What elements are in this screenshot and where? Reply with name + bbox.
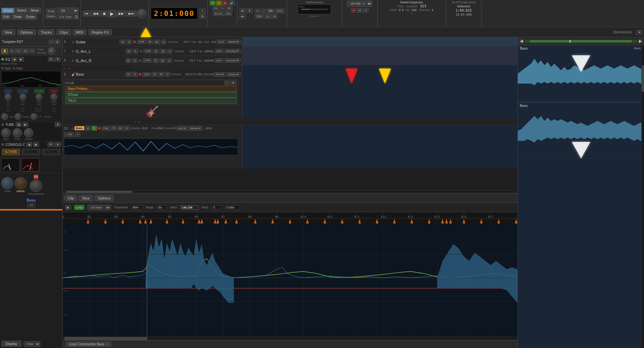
plugin-thu[interactable]: TH-U [66, 98, 236, 104]
region-fx-btn[interactable]: Region FX [89, 29, 112, 35]
ri-btn[interactable]: RI [226, 6, 232, 11]
end-btn[interactable]: ⏭ [239, 14, 246, 19]
drive-knob2[interactable] [15, 177, 27, 189]
fx-expand[interactable]: + [224, 81, 229, 85]
solo-track[interactable]: S [363, 8, 369, 13]
back-btn[interactable]: ◀◀ [91, 11, 100, 16]
plugin-bass-profess[interactable]: Bass Profess... [66, 86, 236, 92]
draw-tool[interactable]: Draw [12, 14, 23, 20]
eq-btn[interactable]: ≈ [220, 6, 225, 11]
snap-value[interactable]: 1/81/41/16 [57, 8, 79, 14]
aux-9[interactable]: AUX▼ [214, 72, 226, 77]
mute-9[interactable]: M [126, 72, 132, 77]
mute-6[interactable]: M [120, 40, 126, 44]
r-btn-7[interactable]: R [154, 49, 159, 54]
console-prev[interactable]: ◀ [26, 142, 32, 147]
tol-badge[interactable]: TOL [34, 174, 38, 179]
aux-7[interactable]: AUX [215, 49, 223, 53]
stop-btn[interactable]: ◼ [101, 11, 108, 16]
options-btn[interactable]: Options [17, 29, 36, 35]
sip-knob[interactable] [1, 113, 8, 120]
tube-settings[interactable]: ▼ [55, 122, 61, 127]
eq-next[interactable]: ▶ [18, 57, 24, 62]
pause-btn[interactable]: ⏸ [246, 8, 253, 13]
lp-knob[interactable] [31, 113, 37, 120]
tube-prev[interactable]: ◀ [16, 122, 21, 127]
drive-knob[interactable] [13, 128, 22, 138]
h-scrollbar[interactable] [63, 190, 517, 193]
tab-close-btn[interactable]: ✕ [106, 342, 108, 346]
midi-btn[interactable]: M [210, 1, 216, 5]
console-next[interactable]: ▶ [33, 142, 39, 147]
track-content-7[interactable] [242, 47, 517, 56]
ch-inf[interactable]: ∞ [30, 49, 35, 53]
aux-10[interactable]: AUX▼ [176, 126, 188, 131]
view-btn[interactable]: View [1, 29, 15, 35]
solo-6[interactable]: S [127, 40, 132, 44]
band-high[interactable]: High [50, 89, 58, 93]
midi-btn2[interactable]: MIDI [73, 29, 87, 35]
rewind-btn[interactable]: ⏮ [83, 11, 90, 16]
s-btn[interactable]: S [216, 1, 221, 5]
track-content-8[interactable] [242, 56, 517, 65]
a-type-btn[interactable]: A-TYPE [42, 149, 60, 155]
solo-7[interactable]: S [133, 49, 138, 54]
loop-btn[interactable]: Loop [74, 205, 84, 210]
aux-8[interactable]: AUX [215, 58, 223, 63]
play-btn[interactable]: ▶ [108, 10, 116, 17]
fx-add-10[interactable]: + [75, 132, 80, 137]
a-btn-9[interactable]: A [165, 72, 170, 77]
select-tool[interactable]: Select [15, 8, 28, 13]
right-right-nav[interactable]: ▶ [638, 39, 643, 44]
fx-btn[interactable]: FX [212, 6, 220, 11]
tracks-btn[interactable]: Tracks [38, 29, 55, 35]
1x-btn[interactable]: 1x [264, 14, 271, 19]
snap-num[interactable]: 3 [74, 14, 79, 19]
w-btn-7[interactable]: W [160, 49, 166, 54]
w-btn-8[interactable]: W [160, 58, 166, 63]
solo-10[interactable]: S [92, 126, 97, 131]
eq-expand[interactable]: ⊕ [48, 57, 54, 62]
band-himid[interactable]: Hi Mid [34, 89, 44, 93]
add-plugin[interactable]: + [49, 40, 54, 44]
ch-8[interactable]: 8 [9, 49, 14, 53]
solo-8[interactable]: S [132, 58, 138, 63]
s-type-btn[interactable]: S-TYPE [2, 149, 20, 155]
edit-tool[interactable]: Edit [1, 14, 11, 20]
track-content-6[interactable] [242, 37, 517, 47]
vs700-select[interactable]: VS-700 - 1 [347, 1, 372, 7]
right-left-nav[interactable]: ◀ [519, 39, 524, 44]
fx-menu[interactable]: ▼ [230, 81, 236, 85]
pdc-btn[interactable]: PDC [275, 9, 285, 13]
send-6[interactable]: Master▼ [227, 40, 241, 44]
ratio-knob[interactable]: R [48, 47, 55, 55]
fwd-btn[interactable]: ▶▶ [117, 11, 126, 16]
a-btn-10[interactable]: A [124, 126, 130, 131]
pitch-fine-input[interactable] [225, 205, 240, 210]
aux-6[interactable]: AUX [217, 40, 225, 44]
clip-scrollbar[interactable] [63, 337, 517, 340]
loop-mode[interactable]: ⟳ [255, 9, 261, 13]
display-btn[interactable]: Display [1, 341, 21, 347]
a-btn-7[interactable]: A [167, 49, 172, 54]
band-lomid[interactable]: Lo Mid [18, 89, 28, 93]
key-btn[interactable]: ⌨ [267, 9, 274, 13]
trim-knob[interactable] [1, 177, 13, 189]
r-btn-8[interactable]: R [153, 58, 159, 63]
forward-end-btn[interactable]: ▶⏭ [127, 11, 137, 16]
track-content-10[interactable] [242, 125, 517, 169]
gloss-knob[interactable] [15, 113, 21, 120]
fx-btn-10[interactable]: ○ FX [64, 132, 74, 137]
send-10[interactable]: Master▼ [188, 126, 202, 131]
himid-knob[interactable] [36, 94, 42, 100]
clip-mode-8[interactable]: Cli▼ [143, 58, 152, 63]
solo-9[interactable]: S [132, 72, 138, 77]
slice-menu[interactable]: Slice [79, 195, 93, 201]
w-btn-9[interactable]: W [158, 72, 164, 77]
r-btn-9[interactable]: R [152, 72, 158, 77]
mute-7[interactable]: M [126, 49, 132, 54]
ch-12[interactable]: 12 [15, 49, 22, 53]
rec-enable[interactable]: ● [351, 8, 356, 13]
band-low[interactable]: Low [4, 89, 12, 93]
mute-track[interactable]: M [357, 8, 363, 13]
